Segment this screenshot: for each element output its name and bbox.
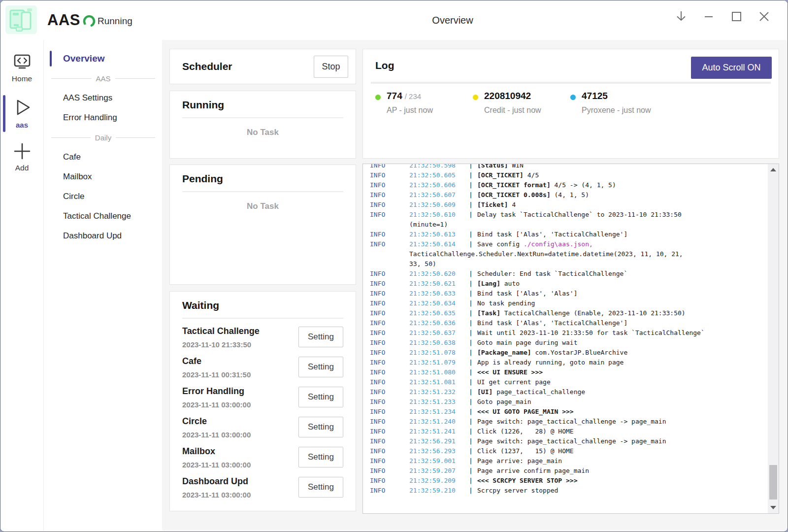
log-line: INFO21:32:50.606|[OCR_TICKET format] 4/5…	[370, 180, 768, 190]
log-title: Log	[375, 60, 394, 71]
setting-button-circle[interactable]: Setting	[298, 417, 343, 437]
activity-item-aas[interactable]: aas	[0, 93, 43, 134]
scroll-down-icon[interactable]	[768, 502, 779, 512]
log-separator: |	[464, 269, 477, 279]
dashboard-stats: 774/ 234AP - just now220810942Credit - j…	[375, 91, 668, 115]
activity-add-label: Add	[15, 164, 29, 172]
log-line: (minute=1)	[370, 220, 768, 230]
waiting-task-row: Tactical Challenge2023-11-10 21:33:50Set…	[182, 324, 343, 354]
nav-section-label: Daily	[95, 133, 111, 142]
nav-section-label: AAS	[96, 74, 111, 83]
setting-button-error-handling[interactable]: Setting	[298, 387, 343, 407]
log-line: INFO21:32:51.240|Page switch: page_tacti…	[370, 417, 768, 427]
nav-item-cafe[interactable]: Cafe	[44, 147, 162, 167]
log-separator: |	[464, 476, 477, 486]
setting-button-mailbox[interactable]: Setting	[298, 447, 343, 467]
stop-button[interactable]: Stop	[314, 56, 348, 78]
log-line: INFO21:32:50.621|[Lang] auto	[370, 279, 768, 289]
running-empty-text: No Task	[170, 128, 356, 137]
divider-line	[116, 137, 155, 138]
log-separator: |	[464, 436, 477, 446]
log-level: INFO	[370, 456, 409, 466]
download-icon[interactable]	[674, 8, 688, 24]
pending-title: Pending	[182, 173, 356, 185]
log-message: <<< UI ENSURE >>>	[477, 367, 543, 377]
log-timestamp: 21:32:50.633	[409, 289, 464, 299]
log-level: INFO	[370, 427, 409, 436]
maximize-icon[interactable]	[729, 8, 743, 24]
nav-item-tactical-challenge[interactable]: Tactical Challenge	[44, 206, 162, 226]
log-message: Bind task ['Alas', 'TacticalChallenge']	[477, 318, 627, 328]
auto-scroll-button[interactable]: Auto Scroll ON	[691, 57, 772, 79]
log-message: [OCR_TICKET 0.008s] (4, 1, 5)	[477, 190, 589, 200]
log-timestamp: 21:32:56.291	[409, 436, 464, 446]
stat-value: 774	[387, 91, 402, 101]
log-line: INFO21:32:51.080|<<< UI ENSURE >>>	[370, 367, 768, 377]
log-separator: |	[464, 446, 477, 456]
active-indicator	[3, 95, 5, 132]
scrollbar-thumb[interactable]	[769, 465, 777, 499]
stat-value: 47125	[582, 91, 608, 101]
log-level: INFO	[370, 486, 409, 496]
close-icon[interactable]	[757, 8, 771, 24]
log-timestamp: 21:32:50.606	[409, 180, 464, 190]
activity-item-add[interactable]: Add	[0, 138, 43, 177]
nav-item-mailbox[interactable]: Mailbox	[44, 167, 162, 187]
stat-ap: 774/ 234AP - just now	[375, 91, 473, 115]
waiting-task-row: Mailbox2023-11-11 03:00:00Setting	[182, 444, 343, 474]
log-separator: |	[464, 466, 477, 476]
setting-button-dashboard-upd[interactable]: Setting	[298, 477, 343, 498]
log-separator: |	[464, 377, 477, 387]
nav-item-overview[interactable]: Overview	[44, 49, 162, 68]
log-line: INFO21:32:56.293|Click (1237, 15) @ HOME	[370, 446, 768, 456]
nav-item-error-handling[interactable]: Error Handling	[44, 108, 162, 128]
waiting-task-row: Circle2023-11-11 03:00:00Setting	[182, 414, 343, 444]
log-timestamp: 21:32:51.078	[409, 348, 464, 358]
log-level: INFO	[370, 397, 409, 407]
nav-item-dashboard-upd[interactable]: Dashboard Upd	[44, 226, 162, 246]
log-timestamp: 21:32:50.598	[409, 164, 464, 170]
nav-item-aas-settings[interactable]: AAS Settings	[44, 88, 162, 108]
log-level: INFO	[370, 318, 409, 328]
log-separator: |	[464, 338, 477, 348]
log-timestamp: 21:32:50.635	[409, 308, 464, 318]
log-level-spacer	[370, 259, 409, 269]
log-timestamp: 21:32:50.607	[409, 190, 464, 200]
play-icon	[11, 96, 33, 119]
log-message: Goto page_main	[477, 397, 531, 407]
log-level: INFO	[370, 436, 409, 446]
waiting-task-row: Cafe2023-11-11 00:31:50Setting	[182, 354, 343, 384]
log-level: INFO	[370, 417, 409, 427]
log-level: INFO	[370, 466, 409, 476]
log-separator: |	[464, 170, 477, 180]
stat-value-line: 774/ 234	[387, 91, 433, 101]
log-message-continuation: TacticalChallenge.Scheduler.NextRun=date…	[409, 249, 683, 259]
log-level: INFO	[370, 269, 409, 279]
log-level: INFO	[370, 230, 409, 239]
pending-panel: Pending No Task	[169, 165, 356, 285]
waiting-title: Waiting	[182, 299, 356, 311]
log-separator: |	[464, 230, 477, 239]
scroll-up-icon[interactable]	[768, 165, 779, 175]
log-separator: |	[464, 387, 477, 397]
log-timestamp: 21:32:51.081	[409, 377, 464, 387]
waiting-task-list: Tactical Challenge2023-11-10 21:33:50Set…	[182, 324, 343, 504]
running-panel: Running No Task	[169, 91, 356, 159]
setting-button-tactical-challenge[interactable]: Setting	[298, 327, 343, 347]
log-message: [Package_name] com.YostarJP.BlueArchive	[477, 348, 627, 358]
log-line: INFO21:32:50.637|Wait until 2023-11-10 2…	[370, 328, 768, 338]
titlebar: AAS Running Overview	[0, 0, 788, 40]
nav-item-circle[interactable]: Circle	[44, 187, 162, 206]
log-timestamp: 21:32:51.241	[409, 427, 464, 436]
stat-body: 47125Pyroxene - just now	[582, 91, 651, 115]
log-message: <<< SCRCPY SERVER STOP >>>	[477, 476, 578, 486]
minimize-icon[interactable]	[702, 8, 716, 24]
log-separator: |	[464, 210, 477, 220]
stat-dot-icon	[473, 95, 478, 100]
log-separator: |	[464, 367, 477, 377]
log-message: <<< UI GOTO PAGE_MAIN >>>	[477, 407, 574, 417]
log-line: INFO21:32:50.634|No task pending	[370, 299, 768, 308]
activity-item-home[interactable]: Home	[0, 49, 43, 88]
log-line: INFO21:32:59.207|Page arrive confirm pag…	[370, 466, 768, 476]
setting-button-cafe[interactable]: Setting	[298, 357, 343, 377]
